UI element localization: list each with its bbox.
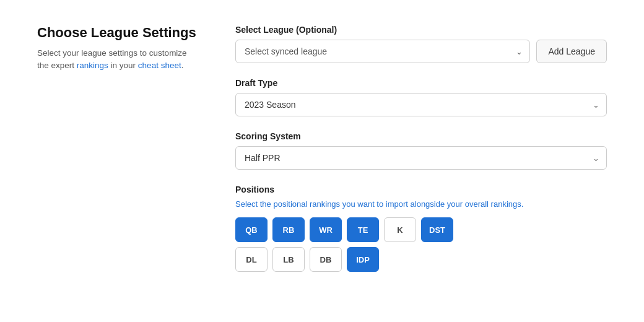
- position-lb-button[interactable]: LB: [272, 247, 305, 272]
- draft-type-field-group: Draft Type 2023 Season 2022 Season ⌄: [235, 78, 607, 116]
- cheatsheet-link[interactable]: cheat sheet: [138, 61, 181, 70]
- league-select-wrapper: Select synced league ⌄: [235, 40, 530, 63]
- position-dst-button[interactable]: DST: [421, 217, 453, 242]
- scoring-field-group: Scoring System Half PPR PPR Standard ⌄: [235, 131, 607, 170]
- position-te-button[interactable]: TE: [347, 217, 379, 242]
- position-rb-button[interactable]: RB: [272, 217, 305, 242]
- right-panel: Select League (Optional) Select synced l…: [223, 25, 607, 277]
- draft-type-select-wrapper: 2023 Season 2022 Season ⌄: [235, 93, 607, 116]
- desc-text-3: .: [181, 61, 184, 70]
- draft-type-select[interactable]: 2023 Season 2022 Season: [235, 93, 607, 116]
- left-panel: Choose League Settings Select your leagu…: [37, 25, 223, 72]
- rankings-link[interactable]: rankings: [77, 61, 108, 70]
- page-title: Choose League Settings: [37, 25, 198, 41]
- positions-label: Positions: [235, 185, 607, 194]
- scoring-label: Scoring System: [235, 131, 607, 141]
- positions-row-1: QB RB WR TE K DST: [235, 217, 607, 242]
- positions-description: Select the positional rankings you want …: [235, 199, 607, 209]
- position-k-button[interactable]: K: [384, 217, 416, 242]
- positions-row-2: DL LB DB IDP: [235, 247, 607, 272]
- positions-field-group: Positions Select the positional rankings…: [235, 185, 607, 272]
- league-select[interactable]: Select synced league: [235, 40, 530, 63]
- scoring-select-wrapper: Half PPR PPR Standard ⌄: [235, 146, 607, 170]
- league-field-group: Select League (Optional) Select synced l…: [235, 25, 607, 63]
- position-idp-button[interactable]: IDP: [347, 247, 379, 272]
- league-select-row: Select synced league ⌄ Add League: [235, 40, 607, 63]
- scoring-select[interactable]: Half PPR PPR Standard: [235, 146, 607, 170]
- position-qb-button[interactable]: QB: [235, 217, 268, 242]
- draft-type-label: Draft Type: [235, 78, 607, 88]
- position-wr-button[interactable]: WR: [310, 217, 342, 242]
- desc-text-2: in your: [108, 61, 138, 70]
- league-label: Select League (Optional): [235, 25, 607, 35]
- position-dl-button[interactable]: DL: [235, 247, 268, 272]
- page-description: Select your league settings to customize…: [37, 47, 198, 72]
- add-league-button[interactable]: Add League: [536, 40, 607, 63]
- position-db-button[interactable]: DB: [310, 247, 342, 272]
